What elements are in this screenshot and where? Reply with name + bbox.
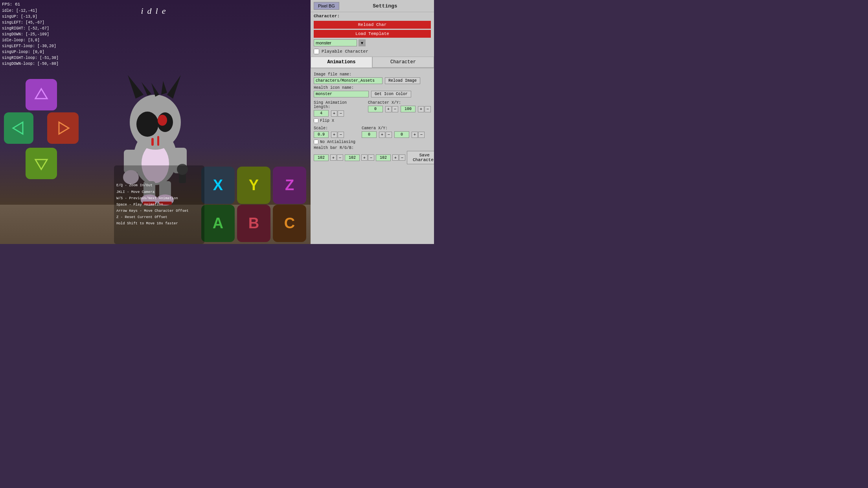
flip-x-row: Flip X	[314, 118, 362, 123]
health-g-input[interactable]	[345, 154, 360, 161]
pixel-bg-button[interactable]: Pixel BG	[314, 2, 339, 10]
keybind-line7: Hold Shift to Move 10x faster	[116, 220, 202, 227]
camera-x-plus[interactable]: +	[379, 132, 385, 138]
char-x-pm: + −	[385, 106, 398, 112]
sing-anim-label: Sing Animation length:	[314, 101, 362, 109]
health-g-plus[interactable]: +	[361, 154, 368, 161]
playable-character-label: Playable Character	[322, 49, 368, 54]
svg-marker-3	[128, 75, 143, 99]
camera-y-minus[interactable]: −	[418, 132, 425, 138]
health-r-input[interactable]	[314, 154, 329, 161]
char-y-minus[interactable]: −	[425, 106, 431, 112]
flip-x-checkbox[interactable]	[314, 118, 318, 123]
health-b-input[interactable]	[376, 154, 391, 161]
x-key-button: X	[201, 167, 235, 204]
svg-point-7	[158, 115, 167, 126]
fps-counter: FPS: 61	[2, 2, 20, 7]
tab-animations[interactable]: Animations	[311, 57, 372, 68]
scale-row: + −	[314, 131, 355, 138]
arrow-up-button[interactable]	[26, 79, 57, 110]
char-y-plus[interactable]: +	[418, 106, 424, 112]
svg-marker-24	[35, 89, 47, 99]
health-r-pm: + −	[330, 154, 343, 161]
keybind-line3: W/S - Previous/Next Animation	[116, 195, 202, 202]
tab-character[interactable]: Character	[372, 57, 434, 68]
top-bar: Pixel BG Settings	[311, 0, 434, 12]
health-b-minus[interactable]: −	[399, 154, 405, 161]
debug-singright: singRIGHT: [-52,-67]	[2, 26, 59, 31]
sing-anim-input[interactable]	[314, 110, 329, 117]
camera-y-plus[interactable]: +	[412, 132, 418, 138]
scale-input[interactable]	[314, 131, 329, 138]
character-dropdown-row: ▼	[311, 39, 434, 48]
scale-group: Scale: + − No Antialiasing	[314, 125, 355, 144]
sing-anim-minus[interactable]: −	[338, 110, 344, 117]
svg-marker-25	[13, 122, 23, 134]
camera-xy-group: Camera X/Y: + − + −	[362, 125, 425, 139]
svg-marker-23	[142, 82, 151, 95]
playable-character-checkbox[interactable]	[314, 49, 319, 54]
sing-anim-group: Sing Animation length: + − Flip X	[314, 99, 362, 123]
debug-idle: idle: [-12,-41]	[2, 8, 59, 14]
load-template-button[interactable]: Load Template	[314, 30, 431, 38]
health-r-plus[interactable]: +	[330, 154, 337, 161]
debug-info: idle: [-12,-41] singUP: [-13,9] singLEFT…	[2, 8, 59, 67]
camera-x-pm: + −	[379, 132, 392, 138]
camera-y-input[interactable]	[394, 131, 409, 138]
animation-state-label: idle	[141, 6, 170, 16]
char-x-input[interactable]	[368, 106, 383, 112]
health-r-minus[interactable]: −	[337, 154, 343, 161]
no-antialiasing-checkbox[interactable]	[314, 139, 318, 144]
camera-x-minus[interactable]: −	[386, 132, 392, 138]
char-xy-group: Character X/Y: + − + −	[368, 99, 431, 114]
keybind-line6: Z - Reset Current Offset	[116, 214, 202, 220]
health-icon-label: Health icon name:	[314, 86, 431, 90]
char-y-pm: + −	[418, 106, 431, 112]
image-file-row: Reload Image	[314, 77, 431, 84]
svg-rect-9	[157, 136, 159, 146]
flip-x-label: Flip X	[320, 119, 334, 123]
keybind-panel: X A Y B Z C	[145, 165, 311, 244]
a-key-button: A	[201, 205, 235, 242]
character-row: Character:	[311, 12, 434, 20]
camera-x-input[interactable]	[362, 131, 377, 138]
health-g-minus[interactable]: −	[368, 154, 374, 161]
sing-anim-plus[interactable]: +	[331, 110, 337, 117]
camera-xy-label: Camera X/Y:	[362, 126, 425, 130]
no-antialiasing-label: No Antialiasing	[320, 140, 355, 144]
reload-char-button[interactable]: Reload Char	[314, 21, 431, 29]
no-aa-row: No Antialiasing	[314, 139, 355, 144]
health-icon-input[interactable]	[314, 91, 369, 97]
arrow-down-button[interactable]	[26, 148, 57, 179]
debug-singuploop: singUP-loop: [0,0]	[2, 49, 59, 55]
health-b-plus[interactable]: +	[392, 154, 399, 161]
character-dropdown-arrow[interactable]: ▼	[359, 39, 366, 46]
debug-singdownloop: singDOWN-loop: [-50,-80]	[2, 61, 59, 67]
reload-image-button[interactable]: Reload Image	[385, 77, 420, 84]
char-xy-row: + − + −	[368, 106, 431, 112]
svg-marker-22	[161, 81, 167, 95]
scale-pm: + −	[331, 132, 344, 138]
char-x-minus[interactable]: −	[392, 106, 398, 112]
scale-plus[interactable]: +	[331, 132, 337, 138]
character-select[interactable]	[314, 39, 357, 46]
image-file-input[interactable]	[314, 77, 383, 84]
debug-singup: singUP: [-13,9]	[2, 14, 59, 20]
svg-marker-26	[59, 122, 69, 134]
get-icon-color-button[interactable]: Get Icon Color	[371, 91, 411, 97]
char-xy-label: Character X/Y:	[368, 101, 431, 105]
scale-minus[interactable]: −	[338, 132, 344, 138]
playable-character-row: Playable Character	[311, 48, 434, 57]
image-file-label: Image file name:	[314, 72, 431, 77]
character-field-label: Character:	[314, 14, 340, 18]
arrow-right-button[interactable]	[47, 112, 79, 144]
tabs-row: Animations Character	[311, 57, 434, 68]
save-character-button[interactable]: Save Character	[407, 151, 434, 164]
debug-singrightloop: singRIGHT-loop: [-51,30]	[2, 55, 59, 61]
char-x-plus[interactable]: +	[385, 106, 392, 112]
arrow-left-button[interactable]	[4, 112, 33, 144]
debug-singleft: singLEFT: [45,-67]	[2, 20, 59, 26]
health-bar-row: + − + − + − Save Character	[314, 151, 431, 164]
char-y-input[interactable]	[401, 106, 416, 112]
c-key-button: C	[273, 205, 306, 242]
